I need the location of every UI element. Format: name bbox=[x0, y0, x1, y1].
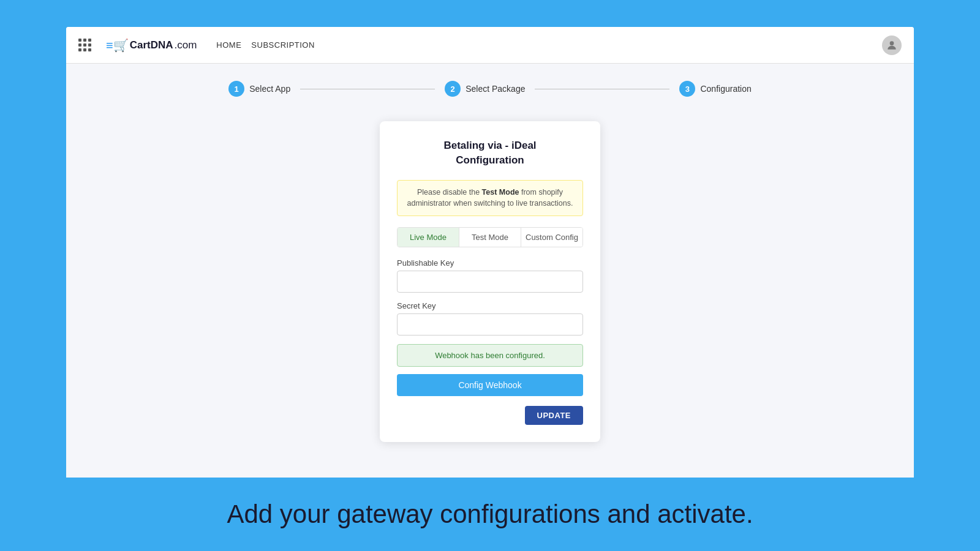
tab-test-mode[interactable]: Test Mode bbox=[459, 228, 521, 247]
step-3-label: Configuration bbox=[700, 84, 751, 94]
nav-home[interactable]: HOME bbox=[216, 40, 241, 50]
svg-point-0 bbox=[890, 41, 894, 45]
step-line-1 bbox=[300, 89, 435, 89]
nav-links: HOME SUBSCRIPTION bbox=[216, 40, 315, 50]
tab-custom-config[interactable]: Custom Config bbox=[521, 228, 582, 247]
secret-key-group: Secret Key bbox=[397, 301, 583, 335]
main-content: Betaling via - iDeal Configuration Pleas… bbox=[66, 109, 914, 478]
bottom-caption: Add your gateway configurations and acti… bbox=[227, 500, 753, 529]
step-3[interactable]: 3 Configuration bbox=[679, 81, 751, 97]
logo-com: .com bbox=[175, 39, 197, 51]
publishable-key-input[interactable] bbox=[397, 271, 583, 293]
step-2-label: Select Package bbox=[466, 84, 525, 94]
step-1[interactable]: 1 Select App bbox=[228, 81, 290, 97]
step-2[interactable]: 2 Select Package bbox=[445, 81, 525, 97]
logo[interactable]: ≡🛒 CartDNA .com bbox=[106, 38, 197, 53]
publishable-key-group: Publishable Key bbox=[397, 258, 583, 293]
publishable-key-label: Publishable Key bbox=[397, 258, 583, 268]
step-3-number: 3 bbox=[679, 81, 695, 97]
card-title-line1: Betaling via - iDeal bbox=[397, 138, 583, 153]
warning-box: Please disable the Test Mode from shopif… bbox=[397, 180, 583, 217]
card-title-line2: Configuration bbox=[397, 153, 583, 168]
config-webhook-button[interactable]: Config Webhook bbox=[397, 374, 583, 396]
secret-key-input[interactable] bbox=[397, 313, 583, 335]
config-card: Betaling via - iDeal Configuration Pleas… bbox=[380, 121, 600, 442]
mode-tabs: Live Mode Test Mode Custom Config bbox=[397, 227, 583, 247]
warning-bold: Test Mode bbox=[482, 188, 519, 197]
logo-text: CartDNA bbox=[130, 39, 173, 51]
card-title: Betaling via - iDeal Configuration bbox=[397, 138, 583, 168]
step-1-number: 1 bbox=[228, 81, 244, 97]
step-1-label: Select App bbox=[249, 84, 290, 94]
step-2-number: 2 bbox=[445, 81, 461, 97]
webhook-status: Webhook has been configured. bbox=[397, 344, 583, 367]
step-line-2 bbox=[535, 89, 669, 89]
bottom-caption-bar: Add your gateway configurations and acti… bbox=[0, 478, 980, 551]
tab-live-mode[interactable]: Live Mode bbox=[398, 228, 459, 247]
user-avatar[interactable] bbox=[882, 36, 902, 55]
navbar: ≡🛒 CartDNA .com HOME SUBSCRIPTION bbox=[66, 27, 914, 64]
grid-icon[interactable] bbox=[78, 39, 91, 51]
update-row: UPDATE bbox=[397, 406, 583, 425]
secret-key-label: Secret Key bbox=[397, 301, 583, 310]
steps-bar: 1 Select App 2 Select Package 3 Configur… bbox=[66, 64, 914, 109]
update-button[interactable]: UPDATE bbox=[525, 406, 583, 425]
nav-subscription[interactable]: SUBSCRIPTION bbox=[251, 40, 315, 50]
warning-before: Please disable the bbox=[417, 188, 482, 197]
